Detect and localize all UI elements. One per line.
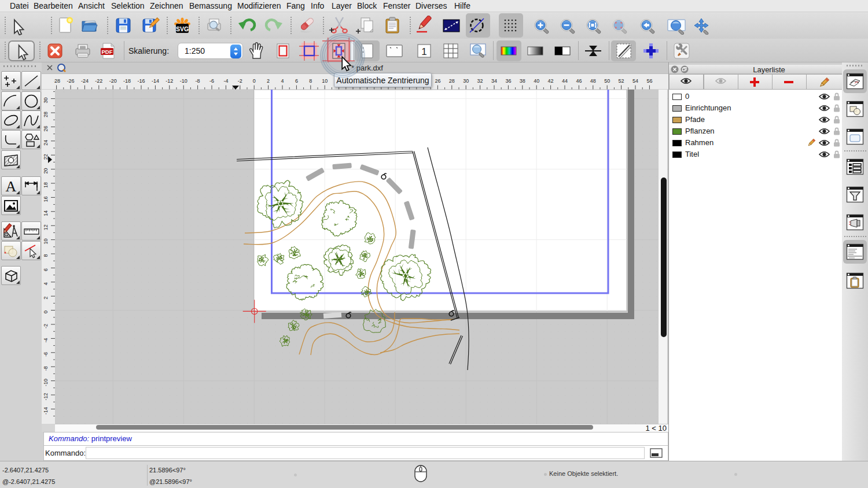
svg-text:6: 6 — [295, 78, 298, 84]
svg-text:1: 1 — [421, 46, 426, 57]
svg-text:26: 26 — [435, 78, 440, 84]
svg-text:-18: -18 — [123, 78, 131, 84]
svg-text:-8: -8 — [43, 366, 49, 371]
svg-text:A: A — [6, 178, 17, 194]
svg-text:-10: -10 — [43, 379, 49, 386]
svg-text:42: 42 — [548, 78, 554, 84]
svg-text:-20: -20 — [109, 78, 117, 84]
svg-text:40: 40 — [534, 78, 539, 84]
svg-text:18: 18 — [43, 182, 49, 188]
svg-text:12: 12 — [43, 224, 49, 230]
svg-text:-10: -10 — [180, 78, 187, 84]
svg-text:-14: -14 — [43, 407, 49, 415]
svg-text:4: 4 — [281, 78, 284, 84]
svg-text:-16: -16 — [137, 78, 145, 84]
svg-text:56: 56 — [646, 78, 652, 84]
svg-text:24: 24 — [43, 140, 49, 146]
svg-text:-6: -6 — [209, 78, 214, 84]
svg-text:38: 38 — [520, 78, 525, 84]
svg-text:-12: -12 — [43, 393, 49, 400]
svg-text:16: 16 — [43, 196, 49, 202]
svg-text:54: 54 — [632, 78, 638, 84]
svg-text:-14: -14 — [152, 78, 159, 84]
svg-text:22: 22 — [43, 154, 49, 160]
svg-text:28: 28 — [43, 112, 49, 117]
svg-text:1 < 10: 1 < 10 — [645, 424, 667, 432]
svg-text:52: 52 — [619, 78, 624, 84]
svg-text:10: 10 — [43, 239, 49, 245]
svg-text:-4: -4 — [223, 78, 228, 84]
svg-text:28: 28 — [449, 78, 455, 84]
svg-text:50: 50 — [604, 78, 610, 84]
svg-text:8: 8 — [43, 254, 49, 257]
svg-text:44: 44 — [562, 78, 568, 84]
svg-text:-12: -12 — [165, 78, 173, 84]
svg-text:-24: -24 — [81, 78, 89, 84]
svg-text:-2: -2 — [43, 324, 49, 328]
svg-text:-2: -2 — [238, 78, 242, 84]
svg-text:26: 26 — [43, 125, 49, 131]
svg-text:34: 34 — [491, 78, 497, 84]
svg-text:4: 4 — [43, 282, 49, 285]
svg-text:48: 48 — [590, 78, 596, 84]
svg-text:-6: -6 — [43, 352, 49, 357]
svg-text:32: 32 — [477, 78, 483, 84]
svg-text:-4: -4 — [43, 338, 49, 342]
svg-text:30: 30 — [463, 78, 469, 84]
svg-text:46: 46 — [576, 78, 582, 84]
svg-text:2: 2 — [43, 297, 49, 300]
svg-text:8: 8 — [309, 78, 312, 84]
svg-text:-8: -8 — [196, 78, 200, 84]
svg-text:2: 2 — [267, 78, 270, 84]
svg-text:-22: -22 — [95, 78, 102, 84]
svg-text:-26: -26 — [67, 78, 74, 84]
svg-text:0: 0 — [253, 78, 256, 84]
svg-text:6: 6 — [43, 268, 49, 271]
svg-text:SVG: SVG — [176, 25, 189, 32]
svg-text:0: 0 — [43, 310, 49, 313]
svg-text:36: 36 — [505, 78, 511, 84]
svg-text:14: 14 — [43, 210, 49, 216]
svg-text:30: 30 — [43, 98, 49, 103]
svg-text:PDF: PDF — [102, 49, 113, 55]
svg-text:20: 20 — [43, 168, 49, 174]
